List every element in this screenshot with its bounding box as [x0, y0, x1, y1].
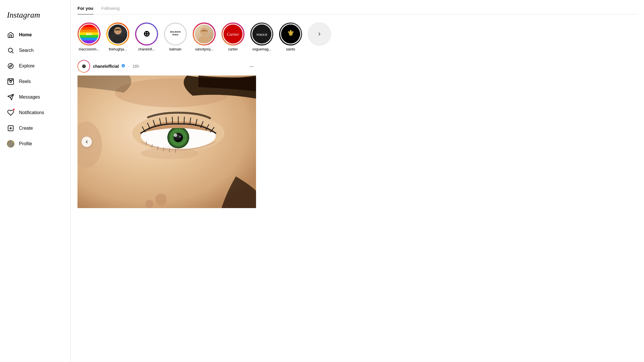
story-avatar-balmain: BALMAIN PARIS	[165, 24, 186, 44]
svg-text:MAC: MAC	[86, 33, 92, 36]
story-item-hughjackman[interactable]: thehughja...	[106, 22, 129, 51]
svg-rect-15	[79, 30, 99, 32]
post-username[interactable]: chanelofficial	[93, 64, 119, 69]
sidebar-item-notifications[interactable]: Notifications	[3, 105, 67, 120]
sidebar-item-create[interactable]: Create	[3, 121, 67, 135]
story-item-saints[interactable]: ⚜ saints	[279, 22, 302, 51]
sidebar-item-label-reels: Reels	[19, 79, 31, 84]
svg-rect-13	[79, 24, 99, 27]
story-name-maccosmetics: maccosmm...	[79, 47, 99, 51]
sidebar-item-messages[interactable]: Messages	[3, 90, 67, 104]
story-avatar-maccosmetics: MAC	[79, 24, 99, 44]
sidebar-item-label-home: Home	[19, 32, 32, 37]
svg-rect-31	[203, 30, 206, 31]
post-time-value: 16h	[132, 64, 139, 69]
story-next-button[interactable]	[308, 22, 331, 46]
svg-point-0	[8, 48, 12, 52]
sidebar-item-label-profile: Profile	[19, 141, 32, 146]
story-name-cartier: cartier	[228, 47, 238, 51]
sidebar-item-reels[interactable]: Reels	[3, 74, 67, 89]
post-time: ·	[128, 64, 129, 69]
svg-point-22	[112, 36, 124, 44]
svg-point-30	[198, 36, 211, 44]
svg-text:⚜: ⚜	[287, 28, 294, 38]
story-ring-cartier: Cartier	[221, 22, 245, 46]
svg-point-2	[8, 63, 13, 69]
post-image	[77, 76, 256, 208]
notifications-icon	[7, 109, 14, 116]
sidebar-item-label-create: Create	[19, 126, 33, 131]
story-avatar-vancityreynolds	[194, 24, 215, 44]
sidebar-item-label-messages: Messages	[19, 95, 40, 100]
svg-text:⊕: ⊕	[82, 63, 86, 69]
story-item-voguemagazine[interactable]: VOGUE voguemag...	[250, 22, 273, 51]
post-avatar-image: ⊕	[78, 61, 90, 72]
post-chanelofficial: ⊕ chanelofficial · 16h ···	[77, 57, 256, 208]
story-ring-balmain: BALMAIN PARIS	[164, 22, 187, 46]
story-item-maccosmetics[interactable]: MAC maccosmm...	[77, 22, 101, 51]
story-avatar-voguemagazine: VOGUE	[251, 24, 272, 44]
svg-rect-4	[8, 79, 14, 84]
tab-following[interactable]: Following	[101, 6, 120, 14]
svg-point-12	[10, 142, 12, 144]
story-next-item[interactable]	[308, 22, 331, 46]
story-avatar-saints: ⚜	[280, 24, 301, 44]
story-name-balmain: balmain	[169, 47, 181, 51]
sidebar: Instagram Home Search Explore	[0, 0, 71, 362]
post-header: ⊕ chanelofficial · 16h ···	[77, 57, 256, 76]
story-ring-vancityreynolds	[193, 22, 216, 46]
story-item-balmain[interactable]: BALMAIN PARIS balmain	[164, 22, 187, 51]
story-item-vancityreynolds[interactable]: vancityrey...	[193, 22, 216, 51]
sidebar-item-home[interactable]: Home	[3, 28, 67, 42]
svg-text:⊕: ⊕	[143, 29, 150, 38]
post-previous-button[interactable]	[82, 137, 92, 147]
svg-point-5	[10, 81, 12, 82]
sidebar-item-label-notifications: Notifications	[19, 110, 44, 115]
svg-rect-19	[79, 40, 99, 44]
search-icon	[7, 47, 14, 54]
verified-badge	[121, 64, 125, 68]
profile-avatar-icon	[7, 140, 14, 148]
svg-line-60	[184, 117, 184, 124]
story-avatar-hughjackman	[107, 24, 128, 44]
post-avatar-ring[interactable]: ⊕	[77, 60, 90, 73]
sidebar-item-profile[interactable]: Profile	[3, 137, 67, 151]
story-ring-saints: ⚜	[279, 22, 302, 46]
story-name-voguemagazine: voguemag...	[252, 47, 271, 51]
svg-text:BALMAIN: BALMAIN	[170, 31, 181, 33]
svg-point-73	[145, 200, 154, 208]
story-ring-chanelofficial: ⊕	[135, 22, 158, 46]
post-user-info: ⊕ chanelofficial · 16h	[77, 60, 139, 73]
app-logo[interactable]: Instagram	[3, 6, 67, 27]
svg-rect-18	[79, 38, 99, 40]
messages-icon	[7, 93, 14, 101]
post-user-details: chanelofficial · 16h	[93, 64, 139, 69]
svg-point-51	[174, 133, 177, 137]
sidebar-item-label-search: Search	[19, 48, 34, 53]
story-ring-maccosmetics: MAC	[77, 22, 101, 46]
svg-point-72	[155, 194, 167, 205]
story-name-vancityreynolds: vancityrey...	[195, 47, 213, 51]
tab-for-you[interactable]: For you	[77, 6, 93, 14]
home-icon	[7, 31, 14, 39]
svg-rect-14	[79, 27, 99, 30]
story-item-chanelofficial[interactable]: ⊕ chanelofi...	[135, 22, 158, 51]
svg-text:Cartier: Cartier	[227, 32, 239, 37]
svg-point-74	[141, 148, 198, 159]
story-ring-voguemagazine: VOGUE	[250, 22, 273, 46]
svg-text:PARIS: PARIS	[172, 34, 179, 36]
svg-text:VOGUE: VOGUE	[256, 33, 268, 36]
sidebar-item-label-explore: Explore	[19, 63, 35, 69]
story-ring-hughjackman	[106, 22, 129, 46]
story-item-cartier[interactable]: Cartier cartier	[221, 22, 245, 51]
svg-line-1	[12, 52, 13, 53]
svg-point-23	[114, 27, 121, 34]
sidebar-item-explore[interactable]: Explore	[3, 59, 67, 73]
explore-icon	[7, 62, 14, 70]
svg-point-29	[200, 28, 208, 36]
sidebar-item-search[interactable]: Search	[3, 43, 67, 58]
reels-icon	[7, 78, 14, 85]
post-more-button[interactable]: ···	[247, 62, 256, 71]
svg-point-52	[179, 136, 181, 137]
story-name-hughjackman: thehughja...	[109, 47, 127, 51]
